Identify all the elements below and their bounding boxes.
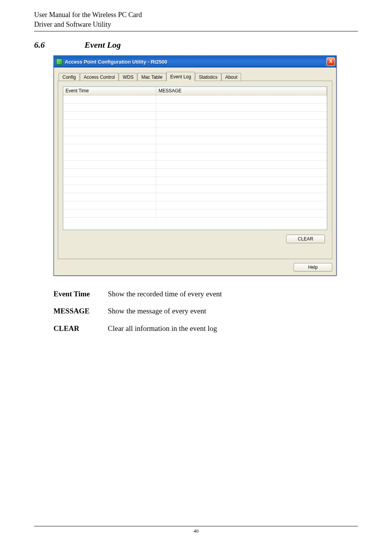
section-heading: 6.6 Event Log — [34, 40, 358, 50]
close-button[interactable]: X — [326, 57, 335, 66]
footer-divider — [34, 526, 358, 526]
tab-event-log[interactable]: Event Log — [166, 72, 195, 81]
dialog-body: Config Access Control WDS Mac Table Even… — [54, 67, 336, 275]
definition-row: Event Time Show the recorded time of eve… — [54, 288, 358, 300]
def-term: Event Time — [54, 288, 108, 300]
def-desc: Clear all information in the event log — [108, 323, 217, 334]
window-title: Access Point Configuration Utility - Rt2… — [65, 59, 326, 65]
def-term: CLEAR — [54, 323, 108, 334]
list-row[interactable] — [63, 104, 327, 112]
list-row[interactable] — [63, 161, 327, 169]
tab-access-control[interactable]: Access Control — [80, 73, 119, 81]
page-number: 40 — [34, 528, 358, 534]
list-row[interactable] — [63, 193, 327, 201]
list-row[interactable] — [63, 120, 327, 128]
list-row[interactable] — [63, 169, 327, 177]
help-button[interactable]: Help — [294, 263, 332, 272]
tab-wds[interactable]: WDS — [119, 73, 137, 81]
title-bar: Access Point Configuration Utility - Rt2… — [54, 56, 336, 67]
page-footer: 40 — [34, 526, 358, 534]
app-icon — [56, 59, 62, 65]
list-row[interactable] — [63, 152, 327, 161]
list-row[interactable] — [63, 112, 327, 120]
tab-mac-table[interactable]: Mac Table — [137, 73, 166, 81]
section-number: 6.6 — [34, 40, 85, 50]
tab-config[interactable]: Config — [59, 73, 80, 81]
definition-row: MESSAGE Show the message of every event — [54, 305, 358, 317]
list-header: Event Time MESSAGE — [63, 87, 327, 95]
event-log-list[interactable]: Event Time MESSAGE — [63, 87, 327, 230]
doc-header-line2: Driver and Software Utility — [34, 21, 358, 29]
clear-button[interactable]: CLEAR — [286, 235, 325, 243]
tab-panel: Event Time MESSAGE CLEAR — [58, 81, 332, 259]
list-row[interactable] — [63, 209, 327, 218]
list-row[interactable] — [63, 144, 327, 152]
tab-statistics[interactable]: Statistics — [195, 73, 221, 81]
col-message[interactable]: MESSAGE — [156, 87, 327, 95]
dialog-window: Access Point Configuration Utility - Rt2… — [54, 55, 337, 276]
list-row[interactable] — [63, 128, 327, 136]
clear-button-row: CLEAR — [63, 235, 327, 243]
tab-strip: Config Access Control WDS Mac Table Even… — [58, 71, 332, 81]
close-icon: X — [329, 58, 333, 64]
list-row[interactable] — [63, 95, 327, 104]
def-term: MESSAGE — [54, 305, 108, 317]
doc-header-line1: User Manual for the Wireless PC Card — [34, 11, 358, 19]
screenshot: Access Point Configuration Utility - Rt2… — [54, 55, 358, 276]
list-rows — [63, 95, 327, 218]
def-desc: Show the message of every event — [108, 305, 206, 317]
list-row[interactable] — [63, 177, 327, 185]
section-title: Event Log — [85, 40, 121, 50]
list-row[interactable] — [63, 136, 327, 144]
list-row[interactable] — [63, 201, 327, 209]
col-event-time[interactable]: Event Time — [63, 87, 156, 95]
header-divider — [34, 31, 358, 31]
tab-about[interactable]: About — [221, 73, 241, 81]
definition-row: CLEAR Clear all information in the event… — [54, 323, 358, 334]
def-desc: Show the recorded time of every event — [108, 288, 222, 300]
definitions: Event Time Show the recorded time of eve… — [54, 288, 358, 334]
help-button-row: Help — [58, 263, 332, 272]
list-row[interactable] — [63, 185, 327, 193]
